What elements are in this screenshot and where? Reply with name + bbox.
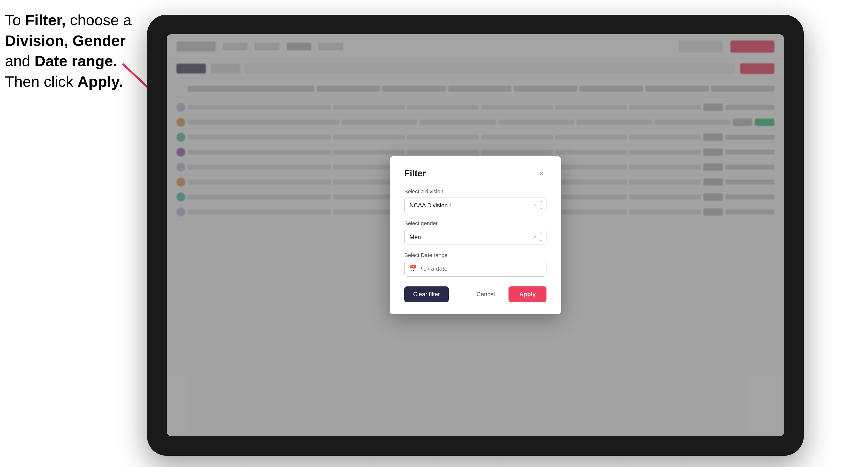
modal-title: Filter	[404, 168, 426, 179]
modal-footer: Clear filter Cancel Apply	[404, 286, 547, 302]
gender-select[interactable]: Men	[404, 229, 547, 245]
cancel-button[interactable]: Cancel	[468, 286, 504, 302]
close-icon: ×	[539, 170, 544, 177]
filter-modal: Filter × Select a division NCAA Division…	[390, 156, 561, 314]
date-label: Select Date range	[404, 252, 547, 258]
instruction-line3: and Date range.	[5, 53, 117, 69]
apply-button[interactable]: Apply	[508, 286, 547, 302]
gender-select-wrapper: Men × ⌃⌄	[404, 229, 547, 245]
division-select[interactable]: NCAA Division I	[404, 197, 547, 213]
instruction-line4: Then click Apply.	[5, 73, 123, 90]
clear-filter-button[interactable]: Clear filter	[404, 286, 449, 302]
gender-clear-icon[interactable]: ×	[534, 234, 537, 240]
footer-right-actions: Cancel Apply	[468, 286, 547, 302]
instruction-line2: Division, Gender	[5, 32, 126, 49]
gender-label: Select gender	[404, 220, 547, 227]
division-select-wrapper: NCAA Division I × ⌃⌄	[404, 197, 547, 213]
tablet-frame: Filter × Select a division NCAA Division…	[147, 15, 804, 456]
modal-close-button[interactable]: ×	[537, 168, 547, 178]
date-input-wrapper: 📅	[404, 261, 547, 277]
instruction-text: To Filter, choose a Division, Gender and…	[5, 10, 132, 92]
division-clear-icon[interactable]: ×	[534, 202, 537, 208]
date-field: Select Date range 📅	[404, 252, 547, 277]
tablet-screen: Filter × Select a division NCAA Division…	[167, 34, 784, 436]
modal-overlay: Filter × Select a division NCAA Division…	[167, 34, 784, 436]
modal-header: Filter ×	[404, 168, 547, 179]
gender-field: Select gender Men × ⌃⌄	[404, 220, 547, 245]
division-label: Select a division	[404, 188, 547, 195]
division-field: Select a division NCAA Division I × ⌃⌄	[404, 188, 547, 213]
date-input[interactable]	[404, 261, 547, 277]
instruction-line1: To Filter, choose a	[5, 11, 132, 28]
